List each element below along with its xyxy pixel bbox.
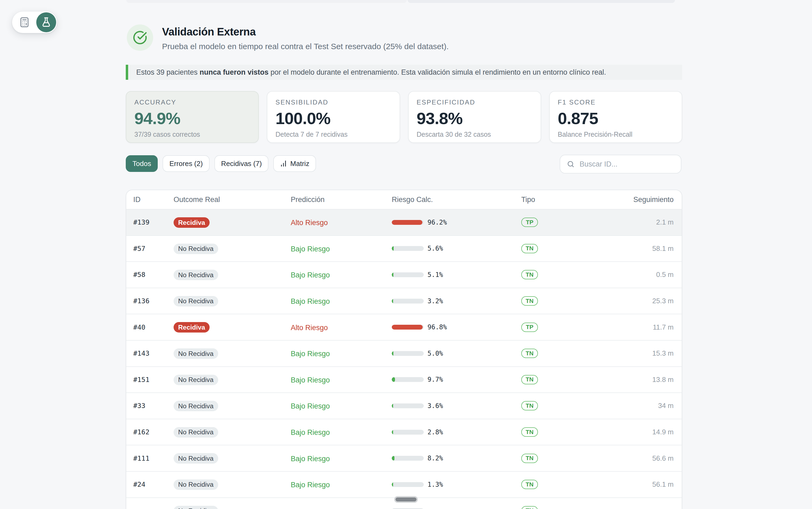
table-row[interactable]: #40 Recidiva Alto Riesgo 96.8% TP 11.7 m xyxy=(126,314,682,340)
table-row[interactable]: #143 No Recidiva Bajo Riesgo 5.0% TN 15.… xyxy=(126,340,682,366)
risk-percent: 2.8% xyxy=(428,429,443,436)
type-badge: TN xyxy=(521,427,538,437)
metric-caption: 37/39 casos correctos xyxy=(134,131,250,138)
outcome-badge: No Recidiva xyxy=(174,375,218,385)
flask-button[interactable] xyxy=(36,12,56,32)
col-type: Tipo xyxy=(521,196,607,204)
risk-cell: 2.8% xyxy=(392,429,521,436)
risk-bar xyxy=(392,220,424,225)
type-badge: TN xyxy=(521,349,538,358)
metric-cards: ACCURACY 94.9% 37/39 casos correctos SEN… xyxy=(126,91,682,143)
filter-button[interactable]: Matriz xyxy=(273,155,316,172)
calculator-icon[interactable] xyxy=(19,17,30,28)
metric-value: 0.875 xyxy=(558,109,674,128)
filter-button[interactable]: Todos xyxy=(126,155,158,172)
followup-value: 58.1 m xyxy=(607,244,682,253)
prediction-label: Bajo Riesgo xyxy=(291,376,330,384)
search-icon xyxy=(567,160,575,168)
table-row[interactable]: #57 No Recidiva Bajo Riesgo 5.6% TN 58.1… xyxy=(126,235,682,262)
flask-icon xyxy=(41,17,52,28)
prediction-label: Bajo Riesgo xyxy=(291,481,330,489)
patient-id: #24 xyxy=(126,480,174,488)
type-badge: TN xyxy=(521,454,538,463)
risk-cell: 96.8% xyxy=(392,324,521,331)
outcome-badge: Recidiva xyxy=(174,217,210,228)
filter-button[interactable]: Errores (2) xyxy=(163,155,209,172)
metric-card: ESPECIFICIDAD 93.8% Descarta 30 de 32 ca… xyxy=(408,91,541,143)
notice-text-2: por el modelo durante el entrenamiento. … xyxy=(268,68,606,76)
risk-cell: 5.6% xyxy=(392,245,521,252)
risk-percent: 96.8% xyxy=(428,324,447,331)
filter-button[interactable]: Recidivas (7) xyxy=(214,155,269,172)
outcome-badge: No Recidiva xyxy=(174,244,218,254)
risk-bar xyxy=(392,272,424,277)
risk-bar xyxy=(392,430,424,435)
followup-value: 56.1 m xyxy=(607,480,682,488)
type-badge: TN xyxy=(521,244,538,253)
prediction-label: Bajo Riesgo xyxy=(291,245,330,253)
table-row[interactable]: #136 No Recidiva Bajo Riesgo 3.2% TN 25.… xyxy=(126,288,682,314)
risk-percent: 5.0% xyxy=(428,350,443,357)
table-row[interactable]: #139 Recidiva Alto Riesgo 96.2% TP 2.1 m xyxy=(126,209,682,235)
check-circle-icon xyxy=(127,25,153,51)
type-badge: TN xyxy=(521,401,538,410)
col-risk: Riesgo Calc. xyxy=(392,196,521,204)
patient-id: #143 xyxy=(126,349,174,357)
metric-card: F1 SCORE 0.875 Balance Precisión-Recall xyxy=(549,91,682,143)
patient-id: #136 xyxy=(126,297,174,305)
outcome-badge: No Recidiva xyxy=(174,506,218,509)
top-tab-remnant-right xyxy=(408,0,675,3)
table-row[interactable]: #58 No Recidiva Bajo Riesgo 5.1% TN 0.5 … xyxy=(126,261,682,288)
patient-id: #151 xyxy=(126,376,174,383)
info-banner: Estos 39 pacientes nunca fueron vistos p… xyxy=(126,65,682,80)
table-row[interactable]: #151 No Recidiva Bajo Riesgo 9.7% TN 13.… xyxy=(126,366,682,393)
results-table: ID Outcome Real Predicción Riesgo Calc. … xyxy=(126,190,682,509)
risk-percent: 5.6% xyxy=(428,245,443,252)
risk-bar xyxy=(392,456,424,461)
table-row[interactable]: #33 No Recidiva Bajo Riesgo 3.6% TN 34 m xyxy=(126,393,682,419)
patient-id: #33 xyxy=(126,402,174,410)
search-input[interactable] xyxy=(580,160,671,168)
prediction-label: Bajo Riesgo xyxy=(291,350,330,358)
page-subtitle: Prueba el modelo en tiempo real contra e… xyxy=(162,42,449,51)
followup-value: 13.8 m xyxy=(607,375,682,384)
followup-value: 2.1 m xyxy=(607,218,682,227)
risk-cell: 5.1% xyxy=(392,271,521,278)
followup-value: 15.3 m xyxy=(607,349,682,358)
metric-label: ACCURACY xyxy=(134,99,250,106)
risk-percent: 1.3% xyxy=(428,481,443,488)
outcome-badge: No Recidiva xyxy=(174,479,218,490)
risk-bar xyxy=(392,377,424,382)
outcome-badge: No Recidiva xyxy=(174,453,218,464)
patient-id: #58 xyxy=(126,271,174,278)
followup-value: 25.3 m xyxy=(607,297,682,305)
table-row[interactable]: #24 No Recidiva Bajo Riesgo 1.3% TN 56.1… xyxy=(126,471,682,498)
risk-percent: 3.2% xyxy=(428,297,443,305)
notice-bold: nunca fueron vistos xyxy=(200,68,269,76)
col-prediction: Predicción xyxy=(291,196,392,204)
outcome-badge: No Recidiva xyxy=(174,401,218,411)
prediction-label: Bajo Riesgo xyxy=(291,402,330,410)
risk-percent: 9.7% xyxy=(428,376,443,383)
prediction-label: Alto Riesgo xyxy=(291,218,328,227)
followup-value: 34 m xyxy=(607,402,682,410)
type-badge: TN xyxy=(521,375,538,384)
table-row[interactable]: #162 No Recidiva Bajo Riesgo 2.8% TN 14.… xyxy=(126,419,682,445)
type-badge: TN xyxy=(521,506,538,509)
patient-id: #57 xyxy=(126,245,174,252)
prediction-label: Bajo Riesgo xyxy=(291,429,330,437)
patient-id: #139 xyxy=(126,218,174,226)
metric-caption: Descarta 30 de 32 casos xyxy=(417,131,533,138)
risk-cell: 8.2% xyxy=(392,454,521,462)
table-row[interactable]: #111 No Recidiva Bajo Riesgo 8.2% TN 56.… xyxy=(126,445,682,471)
prediction-label: Bajo Riesgo xyxy=(291,271,330,279)
scroll-drag-handle[interactable] xyxy=(396,498,416,502)
risk-percent: 8.2% xyxy=(428,454,443,462)
search-box[interactable] xyxy=(560,155,681,173)
risk-cell: 9.7% xyxy=(392,376,521,383)
patient-id: #40 xyxy=(126,324,174,331)
prediction-label: Bajo Riesgo xyxy=(291,455,330,463)
followup-value: 14.9 m xyxy=(607,428,682,436)
floating-toolbar xyxy=(12,11,57,33)
col-id: ID xyxy=(126,196,174,204)
